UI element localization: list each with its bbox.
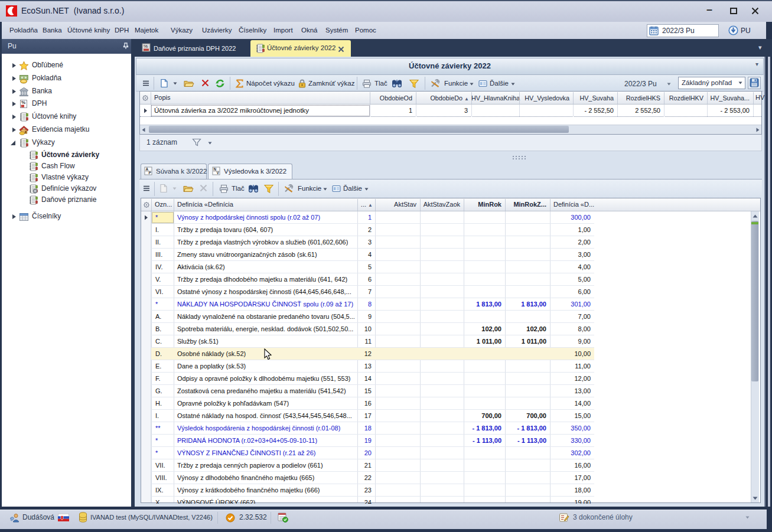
- svg-text:%: %: [21, 100, 25, 105]
- svg-text:%: %: [144, 44, 148, 49]
